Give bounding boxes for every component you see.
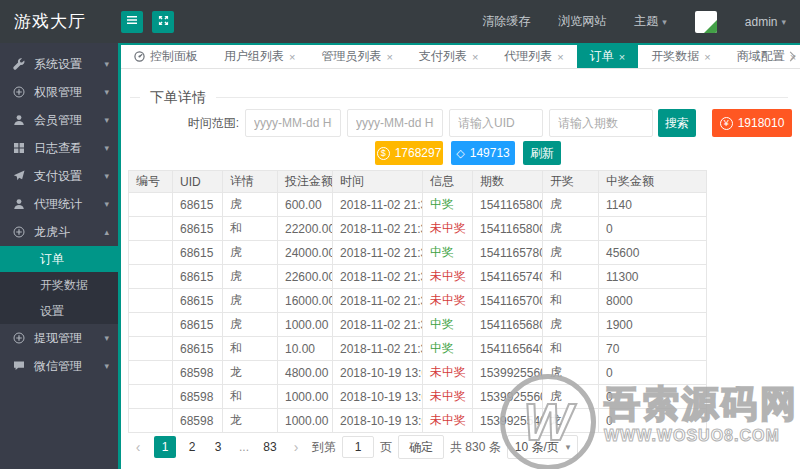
tab-item[interactable]: 控制面板 (121, 45, 211, 68)
table-cell (129, 265, 173, 289)
table-row: 68615和22200.002018-11-02 21:3...未中奖15411… (129, 217, 707, 241)
balance-orange-button[interactable]: ¥ 1918010 (712, 109, 792, 137)
menu-toggle-button[interactable] (121, 11, 143, 33)
pagination: ‹ 123...83 › 到第 页 确定 共 830 条 10 条/页 ▾ (128, 435, 578, 459)
table-cell: 1539925540 (473, 409, 543, 433)
browse-site-link[interactable]: 浏览网站 (558, 13, 606, 30)
sidebar-item[interactable]: 系统设置 ▾ (0, 50, 118, 78)
close-icon[interactable]: × (472, 51, 478, 63)
sidebar-item[interactable]: 代理统计 ▾ (0, 190, 118, 218)
table-cell: 2018-10-19 13:0... (333, 361, 423, 385)
sidebar-subitem[interactable]: 订单 (0, 246, 118, 272)
table-cell: 1539925560 (473, 361, 543, 385)
table-cell: 虎 (543, 217, 599, 241)
table-cell: 1000.00 (278, 409, 333, 433)
avatar[interactable] (695, 11, 717, 33)
chevron-icon: ▾ (104, 87, 109, 97)
sidebar-submenu: 订单开奖数据设置 (0, 246, 118, 324)
chevron-icon: ▾ (104, 361, 109, 371)
page-button[interactable]: 3 (208, 436, 228, 458)
table-row: 68615虎22600.002018-11-02 21:3...未中奖15411… (129, 265, 707, 289)
tab-item[interactable]: 订单 × (577, 45, 638, 68)
sidebar-subitem[interactable]: 设置 (0, 298, 118, 324)
search-button[interactable]: 搜索 (658, 109, 696, 137)
next-page-button[interactable]: › (286, 436, 306, 458)
sidebar-item[interactable]: 龙虎斗 ▴ (0, 218, 118, 246)
sidebar-group: 系统设置 ▾ (0, 50, 118, 78)
clear-cache-link[interactable]: 清除缓存 (482, 13, 530, 30)
theme-menu[interactable]: 主题 ▾ (634, 13, 667, 30)
table-cell: 16000.00 (278, 289, 333, 313)
page-button[interactable]: 83 (260, 436, 280, 458)
page-button[interactable]: 1 (154, 436, 176, 458)
balance-blue-button[interactable]: ◇ 149713 (451, 141, 515, 165)
table-cell: 0 (599, 361, 707, 385)
chevron-icon: ▾ (104, 143, 109, 153)
table-cell: 1541165680 (473, 313, 543, 337)
section-divider: 下单详情 (130, 97, 788, 98)
per-page-select[interactable]: 10 条/页 ▾ (507, 435, 579, 459)
chevron-down-icon: ▾ (662, 17, 667, 27)
table-cell: 未中奖 (423, 385, 473, 409)
table-cell: 和 (223, 385, 278, 409)
sidebar-group: 微信管理 ▾ (0, 352, 118, 380)
close-icon[interactable]: × (386, 51, 392, 63)
sidebar-item[interactable]: 会员管理 ▾ (0, 106, 118, 134)
content: 下单详情 时间范围: 搜索 ¥ 1918010 $ 1768297 (121, 69, 800, 469)
tab-item[interactable]: 开奖数据 × (638, 45, 723, 68)
table-cell: 70 (599, 337, 707, 361)
table-cell: 虎 (543, 361, 599, 385)
table-cell: 虎 (543, 313, 599, 337)
close-icon[interactable]: × (289, 51, 295, 63)
confirm-button[interactable]: 确定 (398, 435, 444, 459)
column-header: 中奖金额 (599, 171, 707, 193)
close-icon[interactable]: × (704, 51, 710, 63)
header: 游戏大厅 清除缓存 浏览网站 主题 ▾ admin ▾ (0, 0, 800, 43)
sidebar-item[interactable]: 提现管理 ▾ (0, 324, 118, 352)
table-cell: 和 (543, 265, 599, 289)
sidebar-item[interactable]: 微信管理 ▾ (0, 352, 118, 380)
table-cell (129, 241, 173, 265)
table-cell: 虎 (543, 241, 599, 265)
tab-item[interactable]: 用户组列表 × (211, 45, 308, 68)
prev-page-button[interactable]: ‹ (128, 436, 148, 458)
period-input[interactable] (549, 109, 653, 137)
fullscreen-button[interactable] (152, 11, 174, 33)
sidebar: 系统设置 ▾ 权限管理 ▾ 会员管理 ▾ 日志查看 ▾ 支付设置 ▾ (0, 43, 118, 469)
uid-input[interactable] (449, 109, 543, 137)
user-menu[interactable]: admin ▾ (745, 15, 786, 29)
dollar-coin-icon: $ (377, 147, 390, 160)
chevron-down-icon: ▾ (566, 442, 571, 452)
tab-item[interactable]: 代理列表 × (491, 45, 576, 68)
table-cell: 0 (599, 217, 707, 241)
balance-yellow-button[interactable]: $ 1768297 (375, 141, 443, 165)
tab-item[interactable]: 管理员列表 × (308, 45, 405, 68)
table-cell: 未中奖 (423, 265, 473, 289)
sidebar-item[interactable]: 日志查看 ▾ (0, 134, 118, 162)
date-to-input[interactable] (347, 109, 443, 137)
table-cell: 22600.00 (278, 265, 333, 289)
tab-item[interactable]: 支付列表 × (406, 45, 491, 68)
close-icon[interactable]: × (557, 51, 563, 63)
table-cell: 600.00 (278, 193, 333, 217)
sidebar-item[interactable]: 权限管理 ▾ (0, 78, 118, 106)
table-cell: 2018-11-02 21:3... (333, 313, 423, 337)
yen-coin-icon: ¥ (720, 117, 733, 130)
sidebar-subitem[interactable]: 开奖数据 (0, 272, 118, 298)
table-cell: 虎 (223, 241, 278, 265)
app-root: 游戏大厅 清除缓存 浏览网站 主题 ▾ admin ▾ (0, 0, 800, 469)
goto-page-input[interactable] (342, 436, 374, 458)
table-cell: 1541165780 (473, 241, 543, 265)
date-from-input[interactable] (245, 109, 341, 137)
page-button[interactable]: 2 (182, 436, 202, 458)
tab-label: 支付列表 (419, 48, 467, 65)
table-cell: 中奖 (423, 313, 473, 337)
table-cell (129, 409, 173, 433)
table-cell: 68598 (173, 361, 223, 385)
refresh-button[interactable]: 刷新 (523, 141, 561, 165)
sidebar-group: 龙虎斗 ▴ 订单开奖数据设置 (0, 218, 118, 324)
table-cell: 龙 (223, 361, 278, 385)
sidebar-item[interactable]: 支付设置 ▾ (0, 162, 118, 190)
table-cell: 2018-11-02 21:3... (333, 289, 423, 313)
close-icon[interactable]: × (619, 51, 625, 63)
